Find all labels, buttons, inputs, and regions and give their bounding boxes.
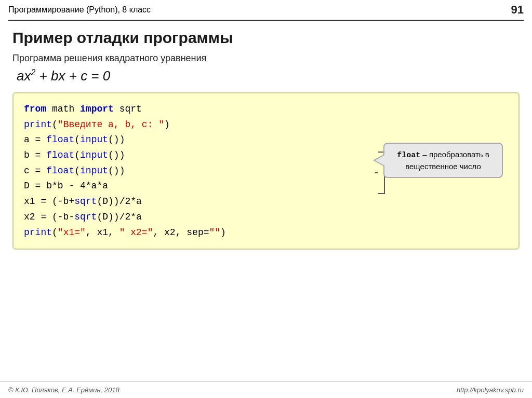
footer-right: http://kpolyakov.spb.ru — [457, 386, 524, 394]
code-line-6: D = b*b - 4*a*a — [24, 179, 508, 194]
top-bar: Программирование (Python), 8 класс 91 — [0, 0, 532, 20]
subtitle: Программа решения квадратного уравнения — [12, 53, 520, 64]
code-line-8: x2 = (-b-sqrt(D))/2*a — [24, 210, 508, 225]
slide-title: Пример отладки программы — [12, 29, 520, 47]
callout-keyword: float — [397, 151, 420, 160]
code-block: from math import sqrt print("Введите a, … — [12, 92, 520, 250]
code-line-2: print("Введите a, b, c: ") — [24, 117, 508, 133]
code-line-1: from math import sqrt — [24, 102, 508, 117]
main-content: Пример отладки программы Программа решен… — [0, 21, 532, 270]
footer: © К.Ю. Поляков, Е.А. Ерёмин, 2018 http:/… — [0, 381, 532, 398]
footer-left: © К.Ю. Поляков, Е.А. Ерёмин, 2018 — [8, 386, 119, 394]
code-line-9: print("x1=", x1, " x2=", x2, sep="") — [24, 225, 508, 241]
callout-dash: – — [422, 150, 429, 159]
formula: ax2 + bx + c = 0 — [12, 68, 520, 84]
page-number: 91 — [511, 3, 524, 17]
code-line-7: x1 = (-b+sqrt(D))/2*a — [24, 194, 508, 210]
callout-box: float – преобразовать в вещественное чис… — [383, 143, 503, 178]
course-title: Программирование (Python), 8 класс — [8, 5, 151, 15]
